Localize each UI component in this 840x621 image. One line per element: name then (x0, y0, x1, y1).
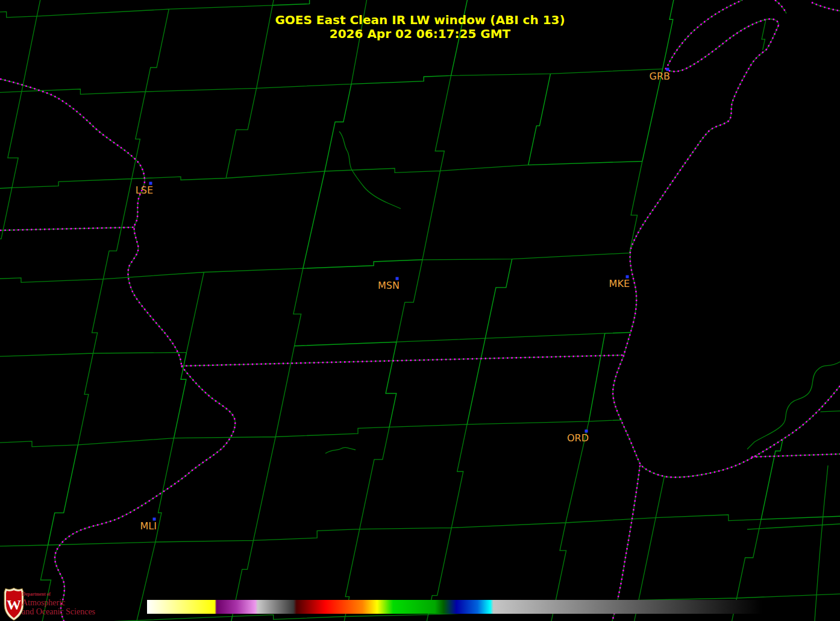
crest-letter: W (7, 597, 21, 613)
station-label: MKE (609, 278, 630, 289)
image-title: GOES East Clean IR LW window (ABI ch 13) (275, 13, 565, 27)
satellite-image-viewport: LSEGRBMSNMKEORDMLI GOES East Clean IR LW… (0, 0, 840, 621)
goes-ir-map: LSEGRBMSNMKEORDMLI GOES East Clean IR LW… (0, 0, 840, 621)
logo-dept-label: Department of (22, 591, 51, 597)
station-MLI: MLI (140, 518, 157, 532)
station-LSE: LSE (136, 182, 153, 197)
station-label: MSN (378, 280, 400, 291)
image-timestamp: 2026 Apr 02 06:17:25 GMT (330, 27, 511, 41)
map-background (0, 0, 840, 621)
station-MKE: MKE (609, 276, 630, 290)
station-label: MLI (140, 520, 157, 532)
station-GRB: GRB (650, 68, 671, 83)
logo-name-line2: and Oceanic Sciences (22, 607, 95, 616)
station-ORD: ORD (567, 430, 589, 444)
station-label: GRB (650, 71, 671, 82)
station-label: LSE (136, 184, 153, 196)
station-MSN: MSN (378, 277, 400, 292)
logo-name-line1: Atmospheric (22, 598, 65, 607)
station-label: ORD (567, 432, 589, 444)
ir-colorbar (147, 600, 762, 614)
